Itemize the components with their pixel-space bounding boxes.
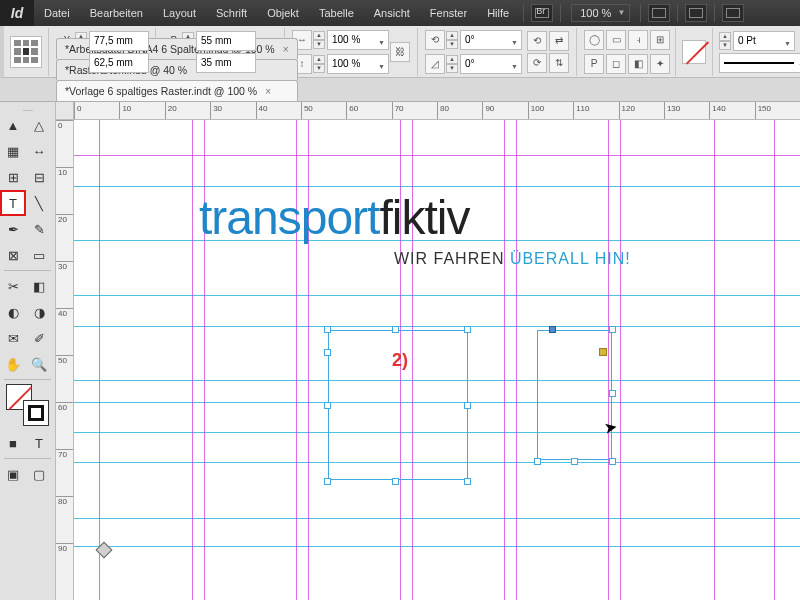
menu-fenster[interactable]: Fenster xyxy=(420,7,477,19)
fill-swatch[interactable] xyxy=(682,40,706,64)
scissors-tool[interactable]: ✂ xyxy=(1,274,25,298)
content-placer-tool[interactable]: ⊟ xyxy=(27,165,51,189)
document-heading: transportfiktiv xyxy=(199,190,469,245)
rectangle-frame-tool[interactable]: ⊠ xyxy=(1,243,25,267)
ruler-horizontal[interactable]: 0102030405060708090100110120130140150 xyxy=(74,102,800,120)
flip-h-icon[interactable]: ⇄ xyxy=(549,31,569,51)
shear-icon: ◿ xyxy=(425,54,445,74)
hand-tool[interactable]: ✋ xyxy=(1,352,25,376)
document-tagline: WIR FAHREN ÜBERALL HIN! xyxy=(394,250,631,268)
rotation-field[interactable]: 0° xyxy=(460,30,522,50)
scale-y-field[interactable]: 100 % xyxy=(327,54,389,74)
align-icon[interactable]: ⫞ xyxy=(628,30,648,50)
stroke-weight-field[interactable]: 0 Pt xyxy=(733,31,795,51)
menu-tabelle[interactable]: Tabelle xyxy=(309,7,364,19)
stroke-style-combo[interactable] xyxy=(719,53,800,73)
gradient-swatch-tool[interactable]: ◐ xyxy=(1,300,25,324)
height-field[interactable]: 35 mm xyxy=(196,53,256,73)
content-collector-tool[interactable]: ⊞ xyxy=(1,165,25,189)
rotation-icon: ⟲ xyxy=(425,30,445,50)
width-field[interactable]: 55 mm xyxy=(196,31,256,51)
gap-tool[interactable]: ↔ xyxy=(27,139,51,163)
line-tool[interactable]: ╲ xyxy=(27,191,51,215)
canvas[interactable]: 0102030405060708090100110120130140150 01… xyxy=(56,102,800,600)
menu-bar: Id DateiBearbeitenLayoutSchriftObjektTab… xyxy=(0,0,800,26)
view-mode-icon[interactable] xyxy=(648,4,670,22)
menu-datei[interactable]: Datei xyxy=(34,7,80,19)
toolbox: ▲△ ▦↔ ⊞⊟ T╲ ✒✎ ⊠▭ ✂◧ ◐◑ ✉✐ ✋🔍 ■T ▣▢ xyxy=(0,102,56,600)
zoom-tool[interactable]: 🔍 xyxy=(27,352,51,376)
flip-v-icon[interactable]: ⇅ xyxy=(549,53,569,73)
bridge-icon[interactable]: Br xyxy=(531,4,553,22)
page-tool[interactable]: ▦ xyxy=(1,139,25,163)
distribute-icon[interactable]: ⊞ xyxy=(650,30,670,50)
reference-point-proxy[interactable] xyxy=(10,36,42,68)
app-logo: Id xyxy=(0,0,34,26)
menu-bearbeiten[interactable]: Bearbeiten xyxy=(80,7,153,19)
apply-text-icon[interactable]: T xyxy=(27,431,51,455)
rectangle-tool[interactable]: ▭ xyxy=(27,243,51,267)
shear-field[interactable]: 0° xyxy=(460,54,522,74)
close-icon[interactable]: × xyxy=(283,44,289,55)
x-field[interactable]: 77,5 mm xyxy=(89,31,149,51)
mouse-cursor: ➤ xyxy=(602,417,618,438)
document-tabs: *Arbeitsdatei DINA4 6 Spalten.indd @ 100… xyxy=(0,78,800,102)
arrange-icon[interactable] xyxy=(722,4,744,22)
y-field[interactable]: 62,5 mm xyxy=(89,53,149,73)
annotation-label: 2) xyxy=(392,350,408,371)
fill-stroke-proxy[interactable] xyxy=(6,384,49,426)
pencil-tool[interactable]: ✎ xyxy=(27,217,51,241)
note-tool[interactable]: ✉ xyxy=(1,326,25,350)
zoom-level-combo[interactable]: 100 % xyxy=(571,4,630,22)
document-tab[interactable]: *Vorlage 6 spaltiges Raster.indt @ 100 %… xyxy=(56,80,298,101)
ruler-vertical[interactable]: 0102030405060708090 xyxy=(56,120,74,600)
menu-ansicht[interactable]: Ansicht xyxy=(364,7,420,19)
apply-color-icon[interactable]: ■ xyxy=(1,431,25,455)
direct-selection-tool[interactable]: △ xyxy=(27,113,51,137)
ruler-origin[interactable] xyxy=(56,102,74,120)
menu-layout[interactable]: Layout xyxy=(153,7,206,19)
view-mode-normal[interactable]: ▣ xyxy=(1,462,25,486)
type-tool[interactable]: T xyxy=(1,191,25,215)
p-icon[interactable]: P xyxy=(584,54,604,74)
menu-hilfe[interactable]: Hilfe xyxy=(477,7,519,19)
selection-tool[interactable]: ▲ xyxy=(1,113,25,137)
free-transform-tool[interactable]: ◧ xyxy=(27,274,51,298)
wrap-icon[interactable]: ◻ xyxy=(606,54,626,74)
eyedropper-tool[interactable]: ✐ xyxy=(27,326,51,350)
screen-mode-icon[interactable] xyxy=(685,4,707,22)
gradient-feather-tool[interactable]: ◑ xyxy=(27,300,51,324)
close-icon[interactable]: × xyxy=(265,86,271,97)
view-mode-preview[interactable]: ▢ xyxy=(27,462,51,486)
pen-tool[interactable]: ✒ xyxy=(1,217,25,241)
page-surface[interactable]: transportfiktiv WIR FAHREN ÜBERALL HIN! xyxy=(74,120,800,600)
menu-schrift[interactable]: Schrift xyxy=(206,7,257,19)
corner-icon[interactable]: ◧ xyxy=(628,54,648,74)
interval-icon[interactable]: ▭ xyxy=(606,30,626,50)
menu-objekt[interactable]: Objekt xyxy=(257,7,309,19)
pathfinder-icon[interactable]: ◯ xyxy=(584,30,604,50)
control-bar: X:▲▼77,5 mm Y:▲▼62,5 mm B:▲▼55 mm H:▲▼35… xyxy=(0,26,800,78)
rotate-cw-icon[interactable]: ⟳ xyxy=(527,53,547,73)
constrain-scale-icon[interactable]: ⛓ xyxy=(390,42,410,62)
rotate-ccw-icon[interactable]: ⟲ xyxy=(527,31,547,51)
effects-icon[interactable]: ✦ xyxy=(650,54,670,74)
scale-x-field[interactable]: 100 % xyxy=(327,30,389,50)
